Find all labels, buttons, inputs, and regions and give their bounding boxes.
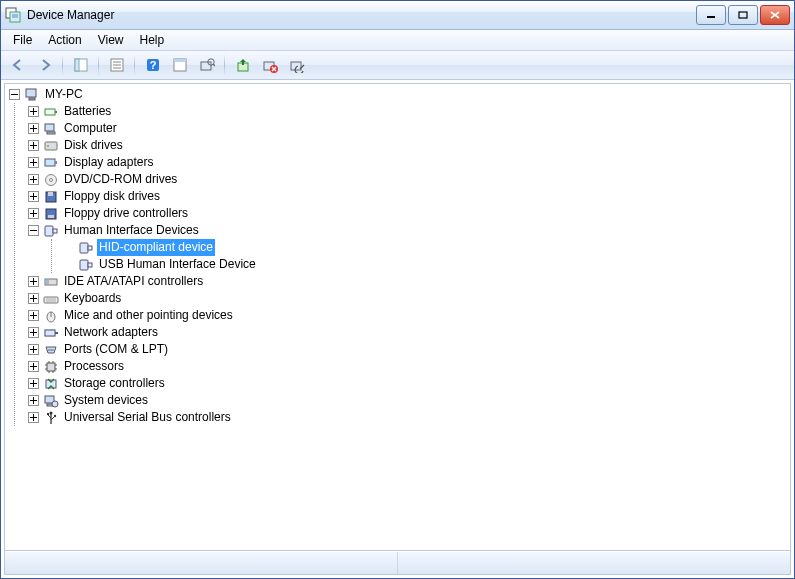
collapse-icon[interactable] <box>9 89 20 100</box>
svg-rect-35 <box>48 192 53 196</box>
expand-icon[interactable] <box>28 276 39 287</box>
keyboard-icon <box>43 291 59 307</box>
tree-label: Human Interface Devices <box>62 222 201 239</box>
svg-point-71 <box>50 411 53 414</box>
tree-item-dvd[interactable]: DVD/CD-ROM drives <box>28 171 786 188</box>
tree-label: Keyboards <box>62 290 123 307</box>
tree-label: Computer <box>62 120 119 137</box>
expand-icon[interactable] <box>28 293 39 304</box>
tree-item-usb-hid[interactable]: USB Human Interface Device <box>65 256 786 273</box>
update-driver-button[interactable] <box>230 53 255 77</box>
svg-rect-3 <box>707 16 715 18</box>
expand-icon[interactable] <box>28 310 39 321</box>
ports-icon <box>43 342 59 358</box>
tree-label: Processors <box>62 358 126 375</box>
back-button[interactable] <box>5 53 30 77</box>
tree-item-ide[interactable]: IDE ATA/ATAPI controllers <box>28 273 786 290</box>
tree-item-floppy-controllers[interactable]: Floppy drive controllers <box>28 205 786 222</box>
tree-item-keyboards[interactable]: Keyboards <box>28 290 786 307</box>
svg-rect-45 <box>46 280 49 284</box>
svg-rect-2 <box>12 14 18 18</box>
computer-icon <box>24 87 40 103</box>
expand-icon[interactable] <box>28 327 39 338</box>
tree-item-hid[interactable]: Human Interface Devices <box>28 222 786 239</box>
menu-view[interactable]: View <box>90 31 132 49</box>
svg-rect-31 <box>55 161 57 164</box>
tree-root-label: MY-PC <box>43 86 85 103</box>
svg-point-56 <box>52 349 54 351</box>
action-button[interactable] <box>167 53 192 77</box>
tree-item-usb[interactable]: Universal Serial Bus controllers <box>28 409 786 426</box>
svg-rect-25 <box>55 111 57 113</box>
svg-rect-46 <box>44 297 58 303</box>
tree-label: Network adapters <box>62 324 160 341</box>
expand-icon[interactable] <box>28 378 39 389</box>
tree-item-ports[interactable]: Ports (COM & LPT) <box>28 341 786 358</box>
expand-icon[interactable] <box>28 361 39 372</box>
menu-file[interactable]: File <box>5 31 40 49</box>
tree-label: Disk drives <box>62 137 125 154</box>
minimize-button[interactable] <box>696 5 726 25</box>
svg-rect-26 <box>45 124 54 131</box>
svg-rect-14 <box>174 59 186 62</box>
tree-item-processors[interactable]: Processors <box>28 358 786 375</box>
help-button[interactable]: ? <box>140 53 165 77</box>
menu-action[interactable]: Action <box>40 31 89 49</box>
tree-item-disk-drives[interactable]: Disk drives <box>28 137 786 154</box>
usb-icon <box>43 410 59 426</box>
svg-rect-28 <box>45 142 57 150</box>
hid-icon <box>43 223 59 239</box>
maximize-button[interactable] <box>728 5 758 25</box>
floppy-icon <box>43 189 59 205</box>
device-tree[interactable]: MY-PC Batteries Computer <box>5 84 790 551</box>
svg-rect-52 <box>45 330 55 336</box>
tree-item-display-adapters[interactable]: Display adapters <box>28 154 786 171</box>
disable-button[interactable] <box>284 53 309 77</box>
hid-device-icon <box>78 257 94 273</box>
svg-point-54 <box>48 349 50 351</box>
status-panel-right <box>398 552 787 574</box>
uninstall-button[interactable] <box>257 53 282 77</box>
expand-icon[interactable] <box>28 208 39 219</box>
titlebar[interactable]: Device Manager <box>1 1 794 30</box>
tree-item-computer[interactable]: Computer <box>28 120 786 137</box>
tree-item-storage[interactable]: Storage controllers <box>28 375 786 392</box>
properties-button[interactable] <box>104 53 129 77</box>
tree-item-batteries[interactable]: Batteries <box>28 103 786 120</box>
expand-icon[interactable] <box>28 140 39 151</box>
expand-icon[interactable] <box>28 344 39 355</box>
tree-item-floppy-disk[interactable]: Floppy disk drives <box>28 188 786 205</box>
scan-hardware-button[interactable] <box>194 53 219 77</box>
svg-rect-22 <box>26 89 36 97</box>
expand-icon[interactable] <box>28 106 39 117</box>
svg-rect-53 <box>55 332 58 334</box>
tree-label: Display adapters <box>62 154 155 171</box>
svg-rect-72 <box>47 413 49 415</box>
expand-icon[interactable] <box>28 123 39 134</box>
tree-item-mice[interactable]: Mice and other pointing devices <box>28 307 786 324</box>
toolbar-separator <box>134 54 135 76</box>
dvd-icon <box>43 172 59 188</box>
expand-icon[interactable] <box>28 395 39 406</box>
tree-label: Floppy disk drives <box>62 188 162 205</box>
tree-root[interactable]: MY-PC <box>9 86 786 103</box>
svg-line-17 <box>213 64 215 66</box>
svg-rect-43 <box>88 263 92 267</box>
collapse-icon[interactable] <box>28 225 39 236</box>
expand-icon[interactable] <box>28 191 39 202</box>
window-title: Device Manager <box>27 8 696 22</box>
svg-rect-40 <box>80 243 88 253</box>
expand-icon[interactable] <box>28 157 39 168</box>
expand-icon[interactable] <box>28 412 39 423</box>
svg-point-69 <box>52 401 58 407</box>
forward-button[interactable] <box>32 53 57 77</box>
toolbar-separator <box>98 54 99 76</box>
tree-item-network[interactable]: Network adapters <box>28 324 786 341</box>
expand-icon[interactable] <box>28 174 39 185</box>
tree-label: IDE ATA/ATAPI controllers <box>62 273 205 290</box>
tree-item-hid-compliant[interactable]: HID-compliant device <box>65 239 786 256</box>
tree-item-system[interactable]: System devices <box>28 392 786 409</box>
menu-help[interactable]: Help <box>132 31 173 49</box>
show-hide-tree-button[interactable] <box>68 53 93 77</box>
close-button[interactable] <box>760 5 790 25</box>
